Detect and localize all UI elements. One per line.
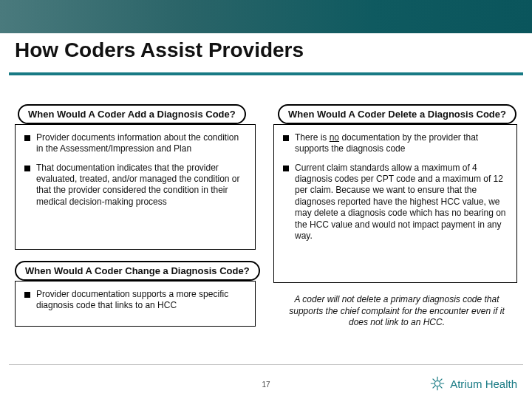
heading-add: When Would A Coder Add a Diagnosis Code? (18, 104, 246, 124)
square-bullet-icon (24, 166, 30, 171)
slide: How Coders Assist Providers When Would A… (0, 0, 532, 399)
delete-note: A coder will not delete a primary diagno… (281, 294, 513, 329)
change-bullet: Provider documentation supports a more s… (21, 289, 248, 312)
delete-bullet: There is no documentation by the provide… (280, 132, 509, 155)
box-add: Provider documents information about the… (15, 124, 256, 250)
footer-rule (9, 364, 523, 365)
atrium-logo-icon (429, 375, 446, 392)
box-change: Provider documentation supports a more s… (15, 281, 256, 327)
delete-bullet: Current claim standards allow a maximum … (280, 163, 509, 242)
title-underline (9, 72, 523, 75)
delete-bullet-pre: There is (295, 132, 330, 143)
square-bullet-icon (283, 135, 289, 141)
header-band (0, 0, 532, 33)
svg-point-0 (434, 381, 440, 386)
add-bullet-text: That documentation indicates that the pr… (36, 163, 248, 208)
square-bullet-icon (24, 135, 30, 141)
heading-change: When Would A Coder Change a Diagnosis Co… (15, 261, 260, 281)
square-bullet-icon (24, 292, 30, 298)
square-bullet-icon (283, 166, 289, 171)
delete-bullet-text: Current claim standards allow a maximum … (295, 163, 509, 242)
brand: Atrium Health (429, 375, 517, 392)
change-bullet-text: Provider documentation supports a more s… (36, 289, 248, 312)
delete-bullet-underline: no (330, 132, 339, 143)
page-title: How Coders Assist Providers (15, 38, 304, 62)
brand-name: Atrium Health (450, 378, 517, 390)
add-bullet-text: Provider documents information about the… (36, 132, 248, 155)
page-number: 17 (262, 381, 270, 389)
heading-delete: When Would A Coder Delete a Diagnosis Co… (278, 104, 516, 124)
box-delete: There is no documentation by the provide… (273, 124, 517, 283)
add-bullet: Provider documents information about the… (21, 132, 248, 155)
add-bullet: That documentation indicates that the pr… (21, 163, 248, 208)
delete-bullet-text: There is no documentation by the provide… (295, 132, 509, 155)
